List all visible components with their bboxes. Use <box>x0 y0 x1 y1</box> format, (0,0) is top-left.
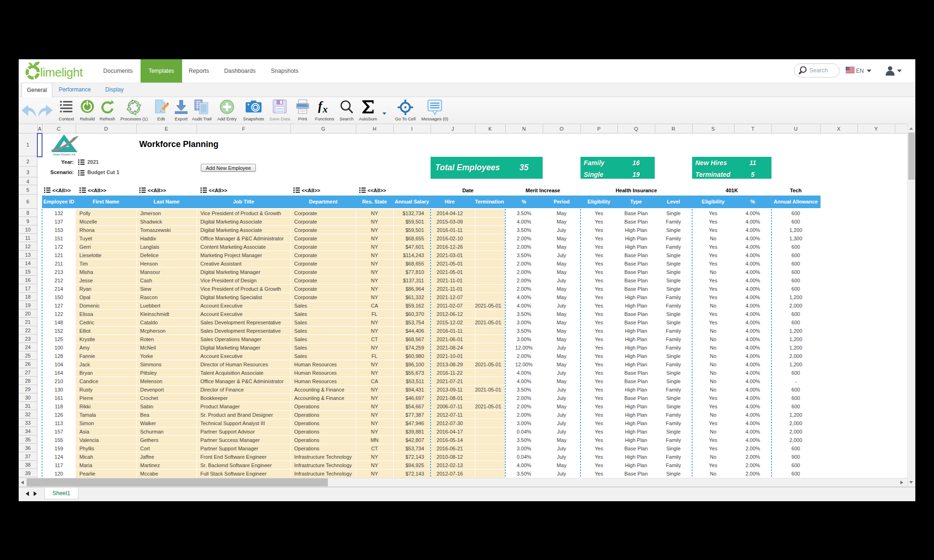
svg-text:Altek Global Ltd.: Altek Global Ltd. <box>53 153 76 156</box>
